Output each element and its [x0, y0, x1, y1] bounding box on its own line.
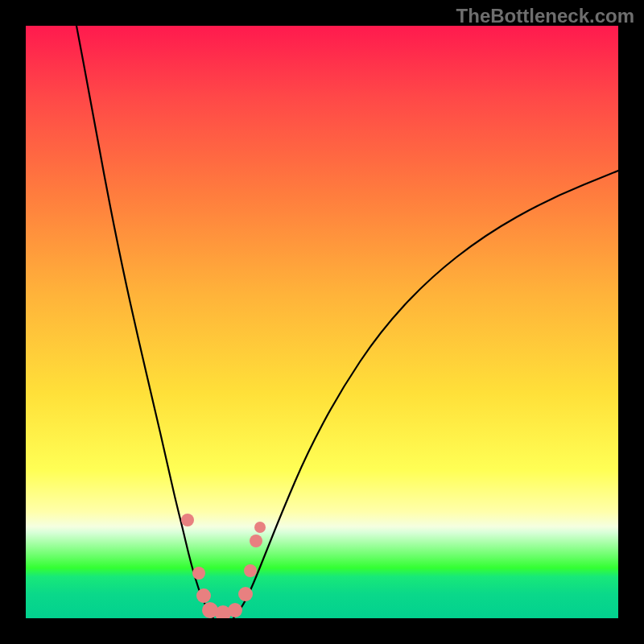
data-marker [250, 535, 262, 547]
data-marker [238, 587, 253, 601]
watermark-text: TheBottleneck.com [456, 5, 634, 27]
bottleneck-curve [76, 26, 618, 618]
chart-svg [26, 26, 618, 618]
data-markers [181, 514, 266, 618]
chart-plot-area [26, 26, 618, 618]
data-marker [196, 588, 211, 603]
data-marker [244, 564, 257, 577]
curve-left-arm [76, 26, 213, 618]
curve-right-arm [233, 171, 618, 618]
data-marker [254, 522, 266, 533]
data-marker [181, 514, 194, 526]
data-marker [192, 567, 205, 580]
data-marker [202, 602, 218, 618]
data-marker [215, 605, 231, 618]
data-marker [228, 603, 242, 617]
